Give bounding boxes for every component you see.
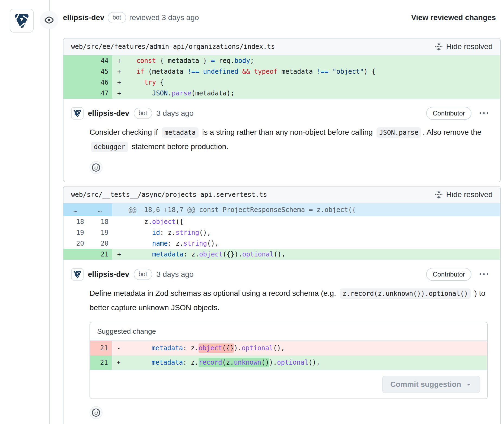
code-token: JSON (152, 89, 168, 97)
commit-suggestion-label: Commit suggestion (390, 380, 461, 389)
line-number[interactable] (63, 88, 88, 99)
comment-avatar[interactable] (71, 268, 84, 281)
hunk-row: ……@@ -18,6 +18,7 @@ const ProjectRespons… (63, 203, 500, 216)
line-number[interactable]: 21 (88, 249, 112, 260)
line-number[interactable]: 20 (88, 238, 112, 249)
code-token: (), (274, 250, 285, 258)
hunk-sign (112, 203, 129, 216)
comment-username[interactable]: ellipsis-dev (88, 109, 129, 118)
code-token: (metadata); (191, 89, 234, 97)
comment-timestamp[interactable]: 3 days ago (157, 270, 194, 279)
code-token (129, 89, 152, 97)
diff-row: 1919 id: z.string(), (63, 227, 500, 238)
line-number[interactable]: 18 (63, 216, 88, 227)
suggested-change-title: Suggested change (90, 322, 487, 341)
comment-avatar[interactable] (71, 107, 84, 120)
code-token: { (156, 79, 164, 86)
line-number[interactable]: 19 (88, 227, 112, 238)
code-token: unknown (234, 359, 261, 366)
inline-code: JSON.parse (377, 127, 421, 138)
review-comment: ellipsis-dev bot 3 days ago Contributor … (63, 260, 500, 424)
code-line: const { metadata } = req.body; (129, 55, 500, 66)
code-token: : z. (183, 359, 199, 366)
code-token: { metadata } (156, 57, 211, 65)
diff-block: 44+ const { metadata } = req.body;45+ if… (63, 55, 500, 99)
commit-suggestion-button[interactable]: Commit suggestion (382, 376, 480, 393)
code-token: metadata (277, 68, 317, 75)
line-number[interactable] (63, 249, 88, 260)
code-token (250, 68, 254, 75)
smiley-icon (92, 409, 100, 417)
contributor-badge: Contributor (426, 268, 471, 281)
code-token: && (242, 68, 250, 75)
line-number[interactable]: 44 (88, 55, 112, 66)
add-reaction-button[interactable] (90, 161, 103, 174)
suggestion-diff: 21- metadata: z.object({}).optional(),21… (90, 341, 487, 370)
suggestion-diff-row: 21- metadata: z.object({}).optional(), (90, 341, 487, 355)
hide-resolved-label: Hide resolved (446, 190, 493, 199)
code-line: name: z.string(), (129, 238, 500, 249)
add-reaction-button[interactable] (90, 406, 103, 419)
line-number-gutter: 2020 (63, 238, 112, 249)
line-number[interactable]: 19 (63, 227, 88, 238)
line-number-gutter: 44 (63, 55, 112, 66)
line-number: 21 (90, 355, 112, 370)
line-number[interactable]: 45 (88, 66, 112, 77)
diff-row: 47+ JSON.parse(metadata); (63, 88, 500, 99)
comment-timestamp[interactable]: 3 days ago (157, 109, 194, 118)
word-diff-highlight: object({} (199, 343, 234, 353)
comment-text: Define metadata in Zod schemas as option… (90, 289, 338, 297)
code-token (129, 250, 152, 258)
line-number[interactable]: 46 (88, 77, 112, 88)
hide-resolved-button[interactable]: Hide resolved (435, 42, 493, 51)
diff-row: 2020 name: z.string(), (63, 238, 500, 249)
line-number-gutter: 45 (63, 66, 112, 77)
smiley-icon (92, 163, 100, 172)
code-token: try (144, 79, 156, 86)
eye-icon (40, 11, 58, 29)
comment-text: statement before production. (130, 142, 228, 151)
file-path[interactable]: web/src/__tests__/async/projects-api.ser… (71, 191, 267, 198)
line-number[interactable] (63, 55, 88, 66)
code-token: name (152, 240, 168, 247)
comment-username[interactable]: ellipsis-dev (88, 270, 129, 279)
code-token: optional (242, 250, 274, 258)
diff-row: 45+ if (metadata !== undefined && typeof… (63, 66, 500, 77)
comment-body: Define metadata in Zod schemas as option… (90, 286, 489, 315)
line-number[interactable] (63, 66, 88, 77)
avatar[interactable] (10, 9, 34, 33)
hide-resolved-button[interactable]: Hide resolved (435, 190, 493, 199)
code-token: !== (187, 68, 199, 75)
review-thread-card: web/src/ee/features/admin-api/organizati… (63, 38, 501, 182)
diff-sign: + (112, 77, 129, 88)
code-token: z. (129, 218, 152, 226)
line-number[interactable]: 20 (63, 238, 88, 249)
code-token: metadata (152, 344, 183, 352)
line-number-gutter: 1919 (63, 227, 112, 238)
code-line: metadata: z.object({}).optional(), (128, 341, 487, 355)
kebab-menu-button[interactable] (479, 269, 489, 280)
code-token: optional (242, 344, 273, 352)
code-token: record (199, 359, 222, 366)
comment-text: is a string rather than any non-object b… (200, 128, 375, 136)
suggestion-footer: Commit suggestion (90, 370, 487, 399)
code-token: id (152, 229, 160, 236)
code-token: typeof (254, 68, 277, 75)
inline-code: z.record(z.unknown()).optional() (340, 288, 471, 299)
code-token: ) { (364, 68, 375, 75)
bot-badge: bot (134, 108, 152, 119)
kebab-menu-button[interactable] (479, 108, 489, 119)
line-number[interactable]: 18 (88, 216, 112, 227)
view-reviewed-changes-link[interactable]: View reviewed changes (411, 0, 496, 35)
diff-row: 44+ const { metadata } = req.body; (63, 55, 500, 66)
reviewer-username[interactable]: ellipsis-dev (63, 13, 104, 22)
line-number[interactable] (63, 77, 88, 88)
code-token: ({} (222, 344, 234, 352)
code-line: JSON.parse(metadata); (129, 88, 500, 99)
file-path[interactable]: web/src/ee/features/admin-api/organizati… (71, 43, 275, 50)
kebab-horizontal-icon (480, 270, 488, 279)
line-number[interactable]: 47 (88, 88, 112, 99)
review-comment: ellipsis-dev bot 3 days ago Contributor … (63, 99, 500, 182)
code-token (128, 344, 152, 352)
code-token: : z. (183, 250, 199, 258)
